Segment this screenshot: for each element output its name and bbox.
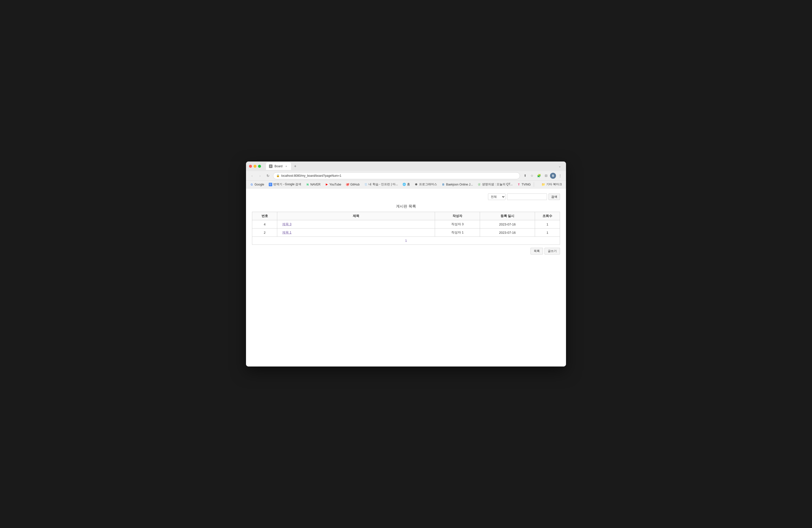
row-author: 작성자 3: [435, 220, 480, 229]
bookmark-translate[interactable]: 번 번역기 - Google 검색: [267, 181, 304, 187]
share-button[interactable]: ⬆: [522, 173, 528, 179]
pagination-row: 1: [252, 237, 560, 245]
bookmark-programmers[interactable]: ⬟ 프로그래머스: [412, 181, 439, 187]
bottom-buttons: 목록 글쓰기: [252, 248, 560, 254]
bookmark-qt[interactable]: 생 생명의샘 : 오늘의 QT...: [476, 181, 515, 187]
write-button[interactable]: 글쓰기: [545, 248, 560, 254]
minimize-window-button[interactable]: [253, 165, 257, 168]
bookmark-baekjoon-label: Baekjoon Online J...: [446, 183, 473, 186]
bookmarks-separator: [534, 182, 534, 187]
row-date: 2023-07-16: [480, 220, 535, 229]
search-button[interactable]: 검색: [549, 193, 560, 200]
bookmarks-bar: G Google 번 번역기 - Google 검색 N NAVER ▶ You…: [246, 180, 566, 189]
lock-icon: 🔒: [276, 174, 280, 177]
address-bar-actions: ⬆ ☆ 🧩 ⊟ 등 ⋮: [522, 173, 563, 179]
tab-title: Board: [275, 164, 282, 168]
address-bar: ‹ › ↻ 🔒 localhost:8080/my_board/board?pa…: [246, 171, 566, 180]
active-tab[interactable]: B Board ×: [266, 162, 291, 170]
search-category-select[interactable]: 전체 제목 내용 작성자: [488, 193, 506, 200]
row-author: 작성자 1: [435, 229, 480, 237]
tab-favicon-letter: B: [270, 165, 272, 167]
window-menu-button[interactable]: ⌄: [556, 163, 563, 169]
browser-window: B Board × + ⌄ ‹ › ↻ 🔒 localhost:8080/my_…: [246, 161, 566, 367]
bookmark-github[interactable]: 🐙 GitHub: [344, 182, 362, 187]
page-title: 게시판 목록: [252, 204, 560, 209]
bookmark-github-label: GitHub: [350, 183, 360, 186]
row-title: 제목 3: [277, 220, 435, 229]
translate-icon: 번: [269, 183, 272, 186]
google-icon: G: [250, 183, 253, 186]
row-id: 2: [252, 229, 277, 237]
search-input[interactable]: [507, 193, 547, 200]
bookmark-google-label: Google: [255, 183, 264, 186]
title-bar: B Board × + ⌄: [246, 161, 566, 171]
tab-close-button[interactable]: ×: [285, 164, 288, 168]
row-views: 1: [535, 229, 560, 237]
col-header-views: 조회수: [535, 212, 560, 220]
page-content: 전체 제목 내용 작성자 검색 게시판 목록 번호 제목 작성자 등록 일시 조…: [246, 189, 566, 367]
youtube-icon: ▶: [325, 183, 329, 186]
search-area: 전체 제목 내용 작성자 검색: [252, 193, 560, 200]
table-row: 2 제목 1 작성자 1 2023-07-16 1: [252, 229, 560, 237]
bookmark-google[interactable]: G Google: [248, 182, 266, 187]
table-header-row: 번호 제목 작성자 등록 일시 조회수: [252, 212, 560, 220]
qt-icon: 생: [478, 183, 481, 186]
bookmark-naver[interactable]: N NAVER: [304, 182, 322, 187]
bookmark-tving-label: TVING: [522, 183, 531, 186]
extension-button[interactable]: 🧩: [536, 173, 542, 179]
baekjoon-icon: B: [441, 183, 445, 186]
back-button[interactable]: ‹: [249, 173, 255, 179]
traffic-lights: [249, 165, 261, 168]
col-header-id: 번호: [252, 212, 277, 220]
bookmark-home[interactable]: 🌐 홈: [401, 181, 412, 187]
url-text: localhost:8080/my_board/board?pageNum=1: [281, 174, 517, 177]
naver-icon: N: [306, 183, 309, 186]
list-button[interactable]: 목록: [531, 248, 543, 254]
row-title-link[interactable]: 제목 1: [282, 231, 291, 234]
forward-button[interactable]: ›: [257, 173, 263, 179]
bookmark-naver-label: NAVER: [310, 183, 320, 186]
tab-bar-right: ⌄: [556, 163, 563, 169]
table-row: 4 제목 3 작성자 3 2023-07-16 1: [252, 220, 560, 229]
home-icon: 🌐: [403, 183, 406, 186]
folder-icon: 📁: [541, 183, 545, 186]
profile-button[interactable]: 등: [550, 173, 556, 179]
bookmark-star-button[interactable]: ☆: [529, 173, 535, 179]
bookmark-inflearn[interactable]: 인 내 학습 - 인프런 | 마...: [362, 181, 400, 187]
url-bar[interactable]: 🔒 localhost:8080/my_board/board?pageNum=…: [273, 172, 520, 179]
row-title-link[interactable]: 제목 3: [282, 222, 291, 226]
bookmark-baekjoon[interactable]: B Baekjoon Online J...: [439, 182, 475, 187]
row-views: 1: [535, 220, 560, 229]
menu-button[interactable]: ⋮: [557, 173, 563, 179]
col-header-date: 등록 일시: [480, 212, 535, 220]
bookmark-tving[interactable]: T TVING: [515, 182, 533, 187]
board-table: 번호 제목 작성자 등록 일시 조회수 4 제목 3 작성자 3 2023-07…: [252, 212, 560, 245]
row-id: 4: [252, 220, 277, 229]
reader-mode-button[interactable]: ⊟: [543, 173, 549, 179]
tving-icon: T: [517, 183, 521, 186]
other-bookmarks-button[interactable]: 📁 기타 북마크: [539, 181, 564, 187]
programmers-icon: ⬟: [415, 183, 418, 186]
bookmark-youtube[interactable]: ▶ YouTube: [323, 182, 343, 187]
bookmark-youtube-label: YouTube: [330, 183, 341, 186]
bookmark-translate-label: 번역기 - Google 검색: [273, 182, 302, 187]
other-bookmarks-label: 기타 북마크: [546, 182, 562, 187]
github-icon: 🐙: [346, 183, 349, 186]
bookmark-programmers-label: 프로그래머스: [419, 182, 437, 187]
pagination-cell: 1: [252, 237, 560, 245]
reload-button[interactable]: ↻: [265, 173, 271, 179]
bookmark-inflearn-label: 내 학습 - 인프런 | 마...: [368, 182, 398, 187]
row-date: 2023-07-16: [480, 229, 535, 237]
col-header-title: 제목: [277, 212, 435, 220]
tab-bar: B Board × + ⌄: [266, 162, 563, 170]
close-window-button[interactable]: [249, 165, 252, 168]
tab-favicon: B: [269, 164, 273, 168]
new-tab-button[interactable]: +: [292, 163, 299, 170]
bookmark-qt-label: 생명의샘 : 오늘의 QT...: [482, 182, 513, 187]
row-title: 제목 1: [277, 229, 435, 237]
inflearn-icon: 인: [364, 183, 367, 186]
bookmark-home-label: 홈: [407, 182, 410, 187]
col-header-author: 작성자: [435, 212, 480, 220]
maximize-window-button[interactable]: [258, 165, 261, 168]
page-link-1[interactable]: 1: [405, 239, 407, 243]
